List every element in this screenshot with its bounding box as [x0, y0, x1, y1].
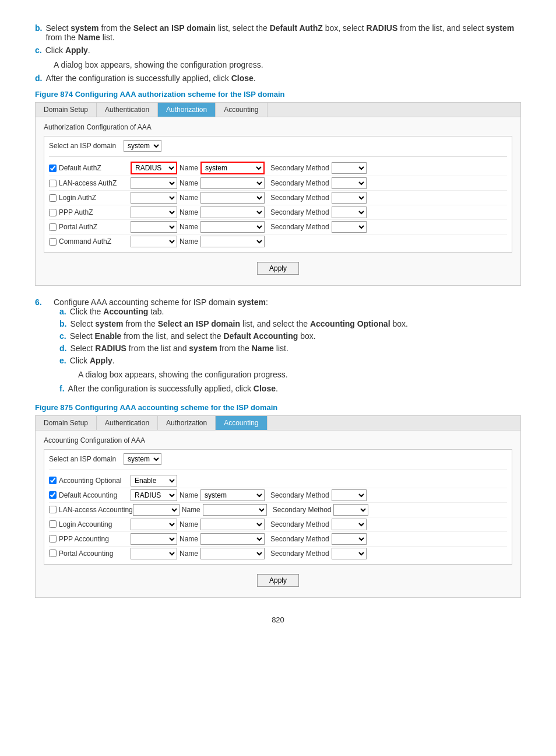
apply-button-874[interactable]: Apply [257, 262, 299, 275]
authz-checkbox-3[interactable] [49, 209, 57, 216]
step-c-letter: c. [35, 46, 42, 55]
acc-checkbox-5[interactable] [49, 550, 57, 557]
figure-875-inner: Select an ISP domain system Accounting O… [44, 449, 512, 565]
acc-secondary-select-4[interactable] [332, 533, 367, 545]
authz-method-select-1[interactable] [131, 177, 177, 189]
authz-row-4: Portal AuthZ Name Secondary Method [49, 220, 507, 235]
authz-checkbox-4[interactable] [49, 223, 57, 231]
acc-method-select-3[interactable] [131, 519, 177, 530]
figure-874-tabs: Domain Setup Authentication Authorizatio… [36, 103, 520, 117]
authz-method-select-0[interactable]: RADIUS [131, 162, 177, 174]
tab-accounting-874[interactable]: Accounting [216, 103, 267, 117]
apply-button-875[interactable]: Apply [257, 574, 299, 587]
tab-domain-setup-874[interactable]: Domain Setup [36, 103, 97, 117]
authz-method-select-4[interactable] [131, 221, 177, 233]
acc-secondary-label-3: Secondary Method [270, 520, 329, 528]
authz-name-select-1[interactable] [200, 177, 265, 189]
isp-domain-select-874[interactable]: system [124, 140, 161, 152]
step-6b-letter: b. [59, 319, 66, 328]
authz-secondary-select-0[interactable] [332, 162, 367, 174]
figure-874-title: Figure 874 Configuring AAA authorization… [35, 90, 521, 99]
authz-name-select-2[interactable] [200, 192, 265, 204]
step-6a: a. Click the Accounting tab. [59, 307, 521, 316]
acc-row-1: Default Accounting RADIUS Name system Se… [49, 488, 507, 503]
tab-authorization-874[interactable]: Authorization [158, 103, 216, 117]
authz-method-select-3[interactable] [131, 206, 177, 218]
acc-name-select-2[interactable] [203, 504, 267, 516]
acc-row-5: Portal Accounting Name Secondary Method [49, 547, 507, 561]
authz-name-label-4: Name [180, 223, 198, 231]
figure-874-panel-title: Authorization Configuration of AAA [44, 123, 512, 131]
tab-authentication-875[interactable]: Authentication [97, 416, 158, 430]
step-c: c. Click Apply. [35, 46, 521, 55]
acc-secondary-select-5[interactable] [332, 548, 367, 559]
acc-method-select-0[interactable]: Enable [131, 475, 177, 487]
acc-checkbox-0[interactable] [49, 477, 57, 484]
acc-secondary-select-3[interactable] [332, 519, 367, 530]
acc-name-select-3[interactable] [200, 519, 265, 530]
authz-checkbox-0[interactable] [49, 164, 57, 172]
authz-name-label-0: Name [180, 164, 198, 172]
tab-authentication-874[interactable]: Authentication [97, 103, 158, 117]
acc-checkbox-3[interactable] [49, 520, 57, 528]
authz-checkbox-5[interactable] [49, 238, 57, 246]
authz-name-label-3: Name [180, 208, 198, 216]
authz-secondary-label-3: Secondary Method [270, 208, 329, 216]
authz-name-select-0[interactable]: system [200, 162, 265, 174]
acc-row-4: PPP Accounting Name Secondary Method [49, 532, 507, 547]
acc-method-select-4[interactable] [131, 533, 177, 545]
step-6-num: 6. [35, 298, 54, 396]
acc-name-label-3: Name [180, 520, 198, 528]
authz-row-0: Default AuthZ RADIUS Name system Seconda… [49, 160, 507, 176]
tab-authorization-875[interactable]: Authorization [158, 416, 216, 430]
acc-method-select-5[interactable] [131, 548, 177, 559]
authz-checkbox-2[interactable] [49, 194, 57, 202]
authz-secondary-label-0: Secondary Method [270, 164, 329, 172]
authz-secondary-select-2[interactable] [332, 192, 367, 204]
authz-secondary-select-1[interactable] [332, 177, 367, 189]
acc-label-1: Default Accounting [49, 491, 131, 499]
acc-secondary-select-1[interactable] [332, 489, 367, 501]
acc-checkbox-2[interactable] [49, 506, 57, 513]
authz-name-select-4[interactable] [200, 221, 265, 233]
bold-system-6b: system [95, 319, 123, 328]
step-b: b. Select system from the Select an ISP … [35, 23, 521, 42]
step-6-bold-system: system [238, 298, 266, 307]
step-6e-letter: e. [59, 356, 66, 365]
authz-name-select-3[interactable] [200, 206, 265, 218]
isp-domain-label-874: Select an ISP domain [49, 142, 119, 150]
authz-method-select-2[interactable] [131, 192, 177, 204]
authz-label-5: Command AuthZ [49, 237, 131, 246]
acc-name-select-5[interactable] [200, 548, 265, 559]
tab-domain-setup-875[interactable]: Domain Setup [36, 416, 97, 430]
acc-secondary-label-2: Secondary Method [273, 506, 332, 514]
authz-method-select-5[interactable] [131, 236, 177, 247]
acc-secondary-label-4: Secondary Method [270, 535, 329, 543]
authz-secondary-select-4[interactable] [332, 221, 367, 233]
step-6c-content: Select Enable from the list, and select … [70, 331, 521, 341]
step-b-content: Select system from the Select an ISP dom… [45, 23, 521, 42]
acc-checkbox-4[interactable] [49, 535, 57, 542]
acc-method-select-2[interactable] [133, 504, 180, 516]
acc-checkbox-1[interactable] [49, 491, 57, 499]
acc-method-select-1[interactable]: RADIUS [131, 489, 177, 501]
tab-accounting-875[interactable]: Accounting [216, 416, 267, 430]
acc-label-0: Accounting Optional [49, 477, 131, 485]
step-6e-desc: A dialog box appears, showing the config… [78, 368, 521, 381]
acc-name-select-4[interactable] [200, 533, 265, 545]
step-6-content: Configure AAA accounting scheme for ISP … [54, 298, 521, 396]
figure-875-panel-title: Accounting Configuration of AAA [44, 436, 512, 444]
step-6e: e. Click Apply. [59, 356, 521, 365]
apply-row-875: Apply [44, 569, 512, 592]
step-6f-letter: f. [59, 384, 65, 393]
isp-domain-select-875[interactable]: system [124, 453, 161, 465]
authz-secondary-label-1: Secondary Method [270, 179, 329, 187]
authz-name-select-5[interactable] [200, 236, 265, 247]
authz-secondary-select-3[interactable] [332, 206, 367, 218]
authz-checkbox-1[interactable] [49, 180, 57, 187]
acc-name-select-1[interactable]: system [200, 489, 265, 501]
figure-875-body: Accounting Configuration of AAA Select a… [36, 430, 520, 597]
acc-name-label-1: Name [180, 491, 198, 499]
acc-secondary-select-2[interactable] [333, 504, 368, 516]
acc-label-2: LAN-access Accounting [49, 506, 133, 514]
